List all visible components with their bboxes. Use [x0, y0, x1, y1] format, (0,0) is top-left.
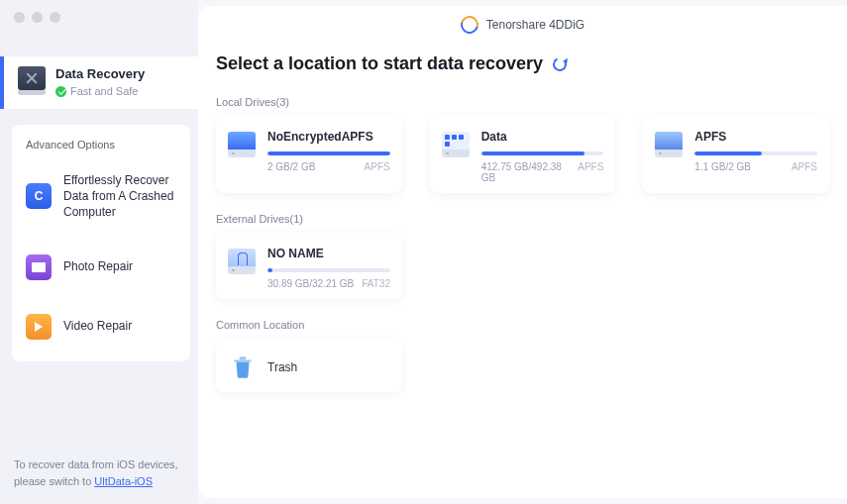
- drive-icon: [228, 132, 258, 157]
- drive-size: 412.75 GB/492.38 GB: [481, 161, 579, 183]
- nav-data-recovery[interactable]: Data Recovery Fast and Safe: [0, 56, 198, 109]
- refresh-icon[interactable]: [551, 55, 569, 73]
- usage-bar: [267, 268, 390, 272]
- usage-bar: [481, 151, 604, 155]
- section-common-label: Common Location: [198, 303, 847, 339]
- nav-subtitle: Fast and Safe: [55, 85, 145, 97]
- drive-size: 1.1 GB/2 GB: [694, 161, 751, 172]
- location-trash[interactable]: Trash: [216, 339, 402, 392]
- drive-fs: FAT32: [362, 278, 390, 289]
- sidebar: Data Recovery Fast and Safe Advanced Opt…: [0, 0, 198, 504]
- adv-item-video-repair[interactable]: Video Repair: [22, 306, 184, 348]
- location-label: Trash: [267, 360, 297, 374]
- adv-item-label: Photo Repair: [63, 258, 133, 274]
- app-title: Tenorshare 4DDiG: [486, 18, 584, 32]
- nav-title: Data Recovery: [55, 66, 145, 81]
- adv-item-photo-repair[interactable]: Photo Repair: [22, 247, 184, 288]
- drive-icon: [442, 132, 472, 157]
- common-location-row: Trash: [198, 339, 847, 396]
- maximize-icon[interactable]: [50, 12, 60, 23]
- adv-item-label: Video Repair: [63, 318, 132, 334]
- usage-bar: [267, 151, 390, 155]
- drive-tools-icon: [18, 66, 46, 90]
- drive-size: 30.89 GB/32.21 GB: [267, 278, 354, 289]
- drive-name: Data: [481, 130, 604, 144]
- svg-rect-0: [240, 356, 247, 359]
- app-logo-icon: [458, 13, 482, 38]
- adv-item-crashed-computer[interactable]: C Effortlessly Recover Data from A Crash…: [22, 164, 184, 229]
- trash-icon: [228, 353, 258, 382]
- photo-icon: [26, 254, 52, 280]
- drive-fs: APFS: [578, 161, 603, 172]
- section-local-label: Local Drives(3): [198, 80, 847, 116]
- ultdata-link[interactable]: UltData-iOS: [94, 475, 153, 487]
- main-panel: Tenorshare 4DDiG Select a location to st…: [198, 6, 847, 498]
- close-icon[interactable]: [14, 12, 25, 23]
- video-icon: [26, 314, 52, 340]
- drive-icon: [655, 132, 685, 157]
- local-drives-row: NoEncryptedAPFS 2 GB/2 GBAPFS Data 412.7…: [198, 116, 847, 197]
- drive-card-data[interactable]: Data 412.75 GB/492.38 GBAPFS: [430, 116, 616, 193]
- drive-card-noname[interactable]: NO NAME 30.89 GB/32.21 GBFAT32: [216, 233, 402, 299]
- section-external-label: External Drives(1): [198, 197, 847, 233]
- usage-bar: [694, 151, 817, 155]
- minimize-icon[interactable]: [32, 12, 43, 23]
- advanced-options-title: Advanced Options: [22, 139, 184, 151]
- drive-name: NoEncryptedAPFS: [267, 130, 390, 144]
- drive-name: APFS: [694, 130, 817, 144]
- footer-note: To recover data from iOS devices, please…: [14, 456, 188, 490]
- usb-drive-icon: [228, 249, 258, 274]
- adv-item-label: Effortlessly Recover Data from A Crashed…: [63, 172, 180, 221]
- window-controls: [0, 0, 198, 33]
- drive-fs: APFS: [792, 161, 817, 172]
- drive-fs: APFS: [365, 161, 390, 172]
- drive-name: NO NAME: [267, 247, 390, 260]
- external-drives-row: NO NAME 30.89 GB/32.21 GBFAT32: [198, 233, 847, 303]
- drive-card-noencryptedapfs[interactable]: NoEncryptedAPFS 2 GB/2 GBAPFS: [216, 116, 402, 193]
- topbar: Tenorshare 4DDiG: [198, 6, 847, 38]
- drive-size: 2 GB/2 GB: [267, 161, 315, 172]
- page-title: Select a location to start data recovery: [216, 53, 543, 74]
- drive-card-apfs[interactable]: APFS 1.1 GB/2 GBAPFS: [643, 116, 829, 193]
- advanced-options-card: Advanced Options C Effortlessly Recover …: [12, 125, 190, 361]
- computer-icon: C: [26, 183, 52, 209]
- check-icon: [55, 86, 66, 97]
